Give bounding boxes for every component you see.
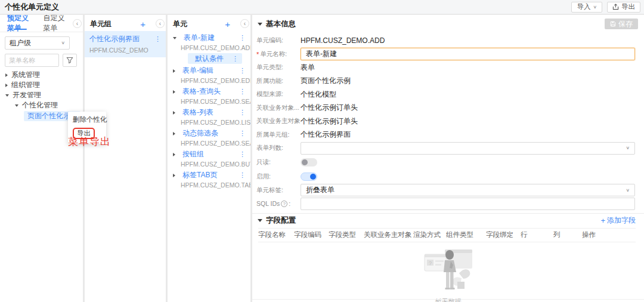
- enabled-toggle[interactable]: [301, 172, 317, 181]
- unit-group-panel: 单元组 + ‹ 个性化示例界面 ⋮ HPFM.CUSZ_DEMO: [85, 15, 166, 302]
- column-header: 关联业务主对象: [364, 230, 413, 239]
- chevron-down-icon: ∨: [61, 41, 65, 45]
- more-icon[interactable]: ⋮: [236, 34, 246, 42]
- column-header: 字段绑定: [486, 230, 521, 239]
- caret-right-icon: [173, 174, 175, 177]
- unit-item: 表单-编辑 ⋮ HPFM.CUSZ_DEMO.EDIT: [168, 66, 250, 87]
- unit-item-row[interactable]: 标签TAB页 ⋮: [168, 170, 250, 180]
- unit-tag-select[interactable]: 折叠表单 ∨: [301, 184, 635, 196]
- add-field-button[interactable]: + 添加字段: [600, 215, 636, 226]
- level-select[interactable]: 租户级 ∨: [5, 36, 70, 50]
- field-sql-ids: SQL IDs ? :: [256, 197, 635, 211]
- column-header: 字段名称: [258, 230, 294, 239]
- caret-right-icon: [173, 69, 175, 73]
- unit-title: 单元: [173, 19, 225, 29]
- field-form-columns: 表单列数: ∨: [256, 141, 635, 155]
- column-header: 字段类型: [329, 230, 364, 239]
- column-header: 字段编码: [294, 230, 329, 239]
- unit-group-header: 单元组 + ‹: [85, 17, 166, 31]
- column-header: 行: [521, 230, 553, 239]
- chevron-down-icon: ∨: [593, 5, 597, 10]
- collapse-panel-icon[interactable]: ‹: [240, 19, 249, 28]
- column-header: 组件类型: [446, 230, 486, 239]
- titlebar: 个性化单元定义 导入 ∨ 导出: [0, 0, 644, 14]
- caret-right-icon: [173, 90, 175, 94]
- menu-panel: 预定义菜单 自定义菜单 ‹ 租户级 ∨ 系统管理 组织管理: [0, 15, 83, 302]
- sql-ids-input[interactable]: [301, 198, 635, 210]
- more-icon[interactable]: ⋮: [151, 35, 161, 43]
- field-related-main-object: 关联业务主对象: 个性化示例订单头: [256, 115, 635, 128]
- detail-panel: 基本信息 保存 单元编码: HPFM.CUSZ_DEMO.ADD * 单元名称:: [252, 15, 644, 302]
- unit-group-item[interactable]: 个性化示例界面 ⋮ HPFM.CUSZ_DEMO: [85, 31, 166, 57]
- empty-illustration: ?: [420, 247, 477, 292]
- more-icon[interactable]: ⋮: [236, 171, 246, 179]
- unit-item-row[interactable]: 表单-新建 ⋮: [168, 33, 250, 43]
- basic-info-form: 单元编码: HPFM.CUSZ_DEMO.ADD * 单元名称: 单元类型: 表…: [252, 30, 644, 211]
- unit-item: 按钮组 ⋮ HPFM.CUSZ_DEMO.BUTT...: [168, 149, 250, 170]
- tree-item-personalization-mgmt[interactable]: 个性化管理: [0, 100, 83, 110]
- personalized-unit-definition-page: 个性化单元定义 导入 ∨ 导出 预定义菜单 自定义菜单 ‹ 租户级 ∨: [0, 0, 644, 302]
- required-asterisk: *: [256, 51, 259, 58]
- import-button-label: 导入: [577, 2, 590, 11]
- menu-item-delete-personalization[interactable]: 删除个性化: [68, 113, 106, 126]
- more-icon[interactable]: ⋮: [236, 109, 246, 116]
- collapse-panel-icon[interactable]: ‹: [156, 19, 165, 28]
- unit-group-title: 单元组: [90, 19, 140, 29]
- more-icon[interactable]: ⋮: [236, 150, 246, 158]
- more-icon[interactable]: ⋮: [236, 88, 246, 95]
- column-header: 操作: [582, 230, 636, 239]
- more-icon[interactable]: ⋮: [236, 67, 246, 75]
- export-icon: [612, 4, 619, 10]
- field-config-title: 字段配置: [266, 215, 296, 226]
- basic-info-header: 基本信息 保存: [252, 17, 644, 30]
- add-unit-group-icon[interactable]: +: [140, 20, 145, 29]
- more-icon[interactable]: ⋮: [236, 130, 246, 137]
- unit-item: 表格-查询头 ⋮ HPFM.CUSZ_DEMO.SEARCH: [168, 87, 250, 107]
- column-header: 渲染方式: [413, 230, 446, 239]
- unit-item-row[interactable]: 表单-编辑 ⋮: [168, 66, 250, 76]
- unit-item-row[interactable]: 表格-列表 ⋮: [168, 107, 250, 118]
- unit-item-row[interactable]: 按钮组 ⋮: [168, 149, 250, 159]
- caret-down-icon: [15, 104, 18, 107]
- unit-name-input[interactable]: [301, 48, 635, 60]
- column-header: 列: [553, 230, 582, 239]
- caret-right-icon: [173, 153, 175, 156]
- tree-item-dev-mgmt[interactable]: 开发管理: [0, 90, 83, 100]
- unit-tree: 表单-新建 ⋮ HPFM.CUSZ_DEMO.ADD 默认条件 ⋮ 表单-编辑 …: [168, 33, 250, 191]
- basic-info-title: 基本信息: [266, 19, 296, 29]
- caret-down-icon: [173, 37, 177, 39]
- unit-item-row[interactable]: 表格-查询头 ⋮: [168, 87, 250, 97]
- tab-custom-menu[interactable]: 自定义菜单: [44, 15, 70, 32]
- unit-header: 单元 + ‹: [168, 17, 250, 31]
- caret-right-icon: [173, 111, 175, 115]
- field-model-source: 模型来源: 个性化模型: [256, 88, 635, 101]
- unit-child-default-condition[interactable]: 默认条件 ⋮: [188, 53, 242, 64]
- caret-down-icon: [258, 219, 262, 222]
- chevron-down-icon: ∨: [626, 188, 630, 193]
- unit-item-row[interactable]: 动态筛选条 ⋮: [168, 128, 250, 138]
- field-unit-name: * 单元名称:: [256, 48, 635, 61]
- save-icon: [610, 21, 616, 27]
- export-button[interactable]: 导出: [607, 2, 640, 13]
- save-button[interactable]: 保存: [605, 19, 638, 29]
- menu-search-input[interactable]: [5, 54, 59, 67]
- tree-item-org-mgmt[interactable]: 组织管理: [0, 80, 83, 90]
- form-columns-select[interactable]: ∨: [301, 142, 635, 155]
- caret-right-icon: [173, 132, 175, 135]
- filter-button[interactable]: [63, 54, 77, 67]
- caret-right-icon: [5, 84, 8, 87]
- import-button[interactable]: 导入 ∨: [571, 2, 602, 13]
- add-unit-icon[interactable]: +: [225, 20, 230, 29]
- more-icon[interactable]: ⋮: [228, 55, 239, 63]
- help-icon[interactable]: ?: [281, 201, 287, 207]
- titlebar-actions: 导入 ∨ 导出: [571, 2, 644, 13]
- readonly-toggle[interactable]: [301, 158, 317, 167]
- collapse-panel-icon[interactable]: ‹: [73, 19, 82, 28]
- toggle-knob: [302, 159, 308, 165]
- funnel-icon: [66, 57, 73, 64]
- empty-state: ? 暂无数据: [252, 247, 644, 302]
- toggle-knob: [310, 174, 316, 180]
- tree-item-system-mgmt[interactable]: 系统管理: [0, 70, 83, 80]
- field-function: 所属功能: 页面个性化示例: [256, 75, 635, 88]
- tab-predefined-menu[interactable]: 预定义菜单: [7, 15, 34, 32]
